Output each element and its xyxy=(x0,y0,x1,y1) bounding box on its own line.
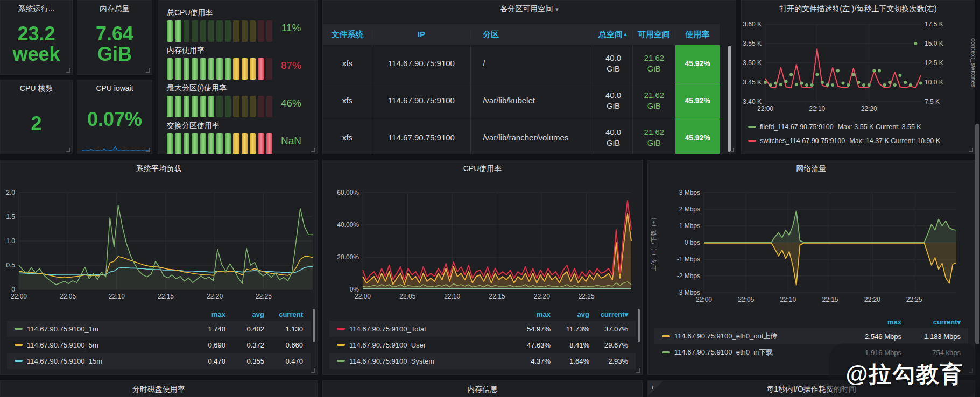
legend-col-max[interactable]: max xyxy=(187,310,225,318)
svg-text:22:20: 22:20 xyxy=(864,296,880,303)
legend-col-avg[interactable]: avg xyxy=(551,310,589,318)
network-traffic-chart[interactable]: 3 Mbps2 Mbps1 Mbps0 bps-1 Mbps-2 Mbps-3 … xyxy=(648,183,975,307)
iowait-sparkline xyxy=(82,144,149,151)
series-stats: Max: 14.37 K Current: 10.90 K xyxy=(849,137,940,145)
series-name[interactable]: 114.67.90.75:9100_Total xyxy=(349,325,512,333)
panel-info-corner xyxy=(648,381,663,396)
legend-item: 114.67.90.75:9100_1m 1.740 0.402 1.130 xyxy=(7,321,311,337)
svg-text:22:25: 22:25 xyxy=(256,293,272,300)
series-color-dash[interactable] xyxy=(662,351,670,353)
series-name[interactable]: 114.67.90.75:9100_15m xyxy=(27,357,187,365)
series-color-dash[interactable] xyxy=(748,126,756,128)
gauge-bars xyxy=(167,58,272,80)
sort-asc-icon: ▲ xyxy=(623,31,628,38)
cell-fs: xfs xyxy=(323,119,372,154)
load-average-chart[interactable]: 2.01.51.00.5022:0022:0522:1022:1522:2022… xyxy=(1,183,317,307)
svg-text:1.0: 1.0 xyxy=(6,237,15,245)
legend-scrollbar[interactable] xyxy=(313,309,315,342)
filefd-switches-chart[interactable]: 3.60 K17.5 K3.55 K15.0 K3.50 K12.5 K3.45… xyxy=(742,20,975,118)
svg-text:22:10: 22:10 xyxy=(444,293,460,300)
panel-title-disk-hourly[interactable]: 分时磁盘使用率 xyxy=(1,381,317,397)
gauge-value: 11% xyxy=(271,22,312,34)
series-name[interactable]: filefd_114.67.90.75:9100 xyxy=(760,123,834,131)
cell-ip: 114.67.90.75:9100 xyxy=(372,82,471,119)
panel-title-uptime[interactable]: 系统运行... xyxy=(1,1,72,17)
page-scrollbar[interactable] xyxy=(975,124,979,344)
cell-ip: 114.67.90.75:9100 xyxy=(372,45,471,82)
svg-text:22:20: 22:20 xyxy=(861,105,877,112)
panel-cpu-usage: CPU使用率 60.00%40.00%20.00%0%22:0022:0522:… xyxy=(322,160,643,375)
svg-text:0: 0 xyxy=(11,286,15,293)
legend-item: 114.67.90.75:9100_5m 0.690 0.372 0.660 xyxy=(7,337,311,353)
svg-text:1.5: 1.5 xyxy=(6,213,15,221)
series-name[interactable]: 114.67.90.75:9100_System xyxy=(349,357,512,365)
svg-text:22:00: 22:00 xyxy=(355,293,371,300)
panel-title-cpu-iowait[interactable]: CPU iowait xyxy=(77,80,152,96)
panel-title-cpu-cores[interactable]: CPU 核数 xyxy=(1,80,72,96)
legend-item: 114.67.90.75:9100_15m 0.470 0.355 0.470 xyxy=(7,353,311,369)
series-name[interactable]: 114.67.90.75:9100_eth0_out上传 xyxy=(674,331,842,341)
col-header-usage[interactable]: 使用率 xyxy=(675,29,720,40)
series-color-dash[interactable] xyxy=(15,360,23,362)
legend-col-max[interactable]: max xyxy=(512,310,551,318)
col-header-ip[interactable]: IP xyxy=(372,29,471,40)
panel-title-filefd[interactable]: 打开的文件描述符(左 )/每秒上下文切换次数(右) xyxy=(742,1,975,17)
cell-avail: 21.62 GiB xyxy=(633,119,675,154)
cell-usage: 45.92% xyxy=(675,45,720,82)
panel-title-mem-info[interactable]: 内存信息 xyxy=(323,381,642,397)
legend-scrollbar[interactable] xyxy=(638,309,640,342)
cpu-cores-value: 2 xyxy=(1,96,72,151)
series-color-dash[interactable] xyxy=(662,335,670,337)
table-scrollbar[interactable] xyxy=(728,46,731,152)
series-color-dash[interactable] xyxy=(15,344,23,346)
col-header-fs[interactable]: 文件系统 xyxy=(323,29,372,40)
legend-col-current[interactable]: current▾ xyxy=(901,318,961,326)
table-row: xfs 114.67.90.75:9100 /var/lib/kubelet 4… xyxy=(323,82,720,119)
panel-title-mem-total[interactable]: 内存总量 xyxy=(77,1,152,17)
col-header-partition[interactable]: 分区 xyxy=(471,29,594,40)
legend-item: 114.67.90.75:9100_Total 54.97% 11.73% 37… xyxy=(329,321,636,337)
svg-text:-2 Mbps: -2 Mbps xyxy=(677,272,700,280)
svg-text:3.55 K: 3.55 K xyxy=(743,40,762,47)
svg-text:上传（-）/下载（+）: 上传（-）/下载（+） xyxy=(650,214,657,272)
legend-col-avg[interactable]: avg xyxy=(225,310,264,318)
gauge-label: 交换分区使用率 xyxy=(167,121,313,131)
panel-uptime: 系统运行... 23.2 week xyxy=(0,0,73,75)
svg-text:0 bps: 0 bps xyxy=(685,239,700,246)
svg-text:22:20: 22:20 xyxy=(207,293,223,300)
panel-title-cpu-usage[interactable]: CPU使用率 xyxy=(323,160,642,176)
svg-text:22:10: 22:10 xyxy=(809,105,825,112)
chevron-down-icon: ▾ xyxy=(555,6,559,12)
panel-title-disk-table[interactable]: 各分区可用空间▾ xyxy=(323,1,736,17)
legend-col-current[interactable]: current▾ xyxy=(589,310,628,318)
grafana-dashboard: 系统运行... 23.2 week 内存总量 7.64 GiB CPU 核数 2… xyxy=(0,0,980,397)
series-name[interactable]: 114.67.90.75:9100_1m xyxy=(27,325,187,333)
panel-title-network[interactable]: 网络流量 xyxy=(648,160,975,176)
panel-disk-table: 各分区可用空间▾ 文件系统 IP 分区 总空间▲ 可用空间 使用率 xfs 11… xyxy=(322,0,736,154)
load-legend: max avg current 114.67.90.75:9100_1m 1.7… xyxy=(7,308,311,369)
panel-title-load[interactable]: 系统平均负载 xyxy=(1,160,317,176)
svg-text:3.50 K: 3.50 K xyxy=(743,59,762,67)
cell-avail: 21.62 GiB xyxy=(633,45,675,82)
series-color-dash[interactable] xyxy=(748,140,756,142)
series-color-dash[interactable] xyxy=(15,328,23,330)
col-header-total[interactable]: 总空间▲ xyxy=(594,29,633,40)
info-icon[interactable]: i xyxy=(652,383,654,391)
svg-text:-1 Mbps: -1 Mbps xyxy=(677,256,700,263)
table-row: xfs 114.67.90.75:9100 /var/lib/rancher/v… xyxy=(323,119,720,154)
series-color-dash[interactable] xyxy=(337,344,345,346)
legend-col-current[interactable]: current xyxy=(264,310,303,318)
series-name[interactable]: switches_114.67.90.75:9100 xyxy=(760,137,845,145)
gauge-value: 87% xyxy=(271,60,312,72)
series-name[interactable]: 114.67.90.75:9100_User xyxy=(349,341,512,349)
col-header-avail[interactable]: 可用空间 xyxy=(633,29,675,40)
series-color-dash[interactable] xyxy=(337,360,345,362)
watermark: @拉勾教育 xyxy=(833,359,976,389)
cpu-usage-chart[interactable]: 60.00%40.00%20.00%0%22:0022:0522:1022:15… xyxy=(323,183,642,307)
series-name[interactable]: 114.67.90.75:9100_eth0_in下载 xyxy=(674,348,842,357)
series-name[interactable]: 114.67.90.75:9100_5m xyxy=(27,341,187,349)
legend-col-max[interactable]: max xyxy=(842,318,901,326)
svg-text:22:25: 22:25 xyxy=(906,296,922,303)
series-color-dash[interactable] xyxy=(337,328,345,330)
gauge-label: 总CPU使用率 xyxy=(167,8,313,18)
